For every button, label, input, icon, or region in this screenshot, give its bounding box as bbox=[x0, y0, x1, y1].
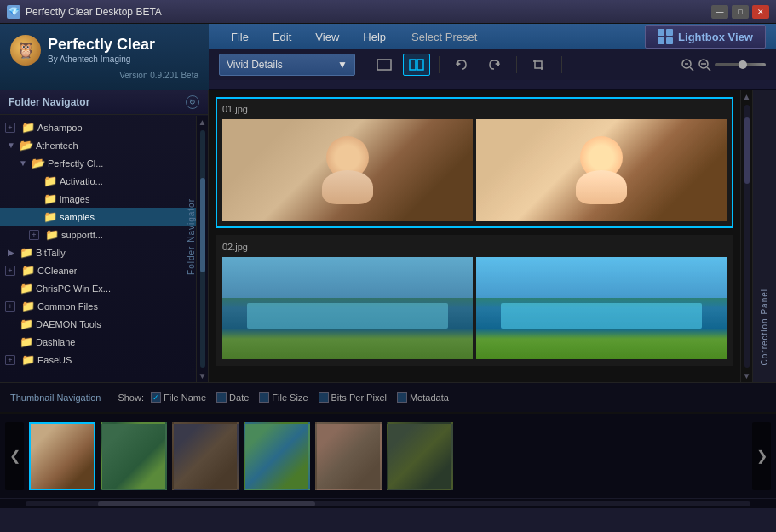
folder-item-bittally[interactable]: ▶ 📁 BitTally bbox=[0, 243, 208, 261]
thumb-1[interactable] bbox=[29, 422, 95, 490]
crop-button[interactable] bbox=[526, 54, 553, 76]
lightbox-view-button[interactable]: Lightbox View bbox=[645, 25, 766, 49]
scroll-up-button[interactable]: ▲ bbox=[197, 116, 209, 129]
expander-icon[interactable]: ▶ bbox=[5, 248, 17, 257]
folder-item-chrispc[interactable]: 📁 ChrisPC Win Ex... bbox=[0, 279, 208, 297]
image-original-01 bbox=[222, 119, 473, 221]
image-card-02[interactable]: 02.jpg bbox=[216, 235, 733, 366]
add-icon[interactable]: + bbox=[5, 266, 15, 276]
cb-bitsperpixel[interactable]: Bits Per Pixel bbox=[319, 392, 387, 403]
folder-item-supportf[interactable]: + 📁 supportf... bbox=[0, 226, 208, 243]
thumb-prev-button[interactable]: ❮ bbox=[5, 422, 24, 490]
top-right: File Edit View Help Select Preset Lightb… bbox=[209, 24, 776, 89]
folder-item-easeus[interactable]: + 📁 EaseUS bbox=[0, 351, 208, 369]
thumb-next-button[interactable]: ❯ bbox=[752, 422, 771, 490]
cb-metadata[interactable]: Metadata bbox=[397, 392, 449, 403]
bottom-scrollbar[interactable] bbox=[0, 498, 776, 508]
folder-item-samples[interactable]: 📁 samples bbox=[0, 208, 208, 226]
folder-label: supportf... bbox=[61, 230, 103, 240]
add-icon[interactable]: + bbox=[5, 355, 15, 365]
version-label: Version 0.9.201 Beta bbox=[119, 71, 198, 80]
redo-button[interactable] bbox=[480, 54, 508, 76]
folder-label: EaseUS bbox=[37, 355, 72, 365]
add-icon[interactable]: + bbox=[5, 123, 15, 133]
expander-icon[interactable]: ▼ bbox=[5, 140, 17, 150]
image-area[interactable]: 01.jpg 02.jpg bbox=[209, 90, 740, 382]
preset-value: Vivid Details bbox=[227, 59, 283, 71]
thumb-3[interactable] bbox=[172, 422, 239, 490]
image-card-images-01 bbox=[222, 119, 727, 221]
h-scrollbar-track[interactable] bbox=[26, 501, 750, 506]
folder-item-ccleaner[interactable]: + 📁 CCleaner bbox=[0, 261, 208, 279]
single-view-icon bbox=[377, 59, 392, 71]
preset-label: Select Preset bbox=[411, 31, 477, 43]
folder-label: Activatio... bbox=[60, 176, 103, 186]
thumb-5[interactable] bbox=[315, 422, 382, 490]
add-icon[interactable]: + bbox=[29, 230, 39, 240]
scroll-down-button[interactable]: ▼ bbox=[741, 369, 753, 382]
h-scrollbar-thumb[interactable] bbox=[98, 501, 315, 506]
zoom-slider[interactable] bbox=[715, 63, 766, 66]
thumb-4[interactable] bbox=[244, 422, 310, 490]
menu-edit[interactable]: Edit bbox=[261, 27, 303, 47]
scroll-track bbox=[744, 105, 750, 368]
image-card-images-02 bbox=[222, 257, 727, 359]
folder-icon: 📁 bbox=[43, 210, 57, 223]
add-icon[interactable]: + bbox=[5, 301, 15, 312]
folder-item-dashlane[interactable]: 📁 Dashlane bbox=[0, 333, 208, 351]
lightbox-icon bbox=[658, 29, 673, 44]
dual-view-button[interactable] bbox=[403, 54, 430, 76]
folder-item-activatio[interactable]: 📁 Activatio... bbox=[0, 172, 208, 190]
expander-icon[interactable]: ▼ bbox=[17, 158, 29, 168]
zoom-out-icon bbox=[698, 58, 711, 72]
folder-label: BitTally bbox=[36, 248, 66, 258]
single-view-button[interactable] bbox=[371, 54, 398, 76]
preset-select[interactable]: Vivid Details ▼ bbox=[219, 54, 355, 76]
nav-refresh-button[interactable]: ↻ bbox=[186, 95, 199, 109]
date-checkbox[interactable] bbox=[216, 392, 227, 403]
undo-button[interactable] bbox=[448, 54, 475, 76]
metadata-checkbox[interactable] bbox=[397, 392, 407, 403]
maximize-button[interactable]: □ bbox=[732, 5, 749, 19]
folder-item-common-files[interactable]: + 📁 Common Files bbox=[0, 297, 208, 315]
correction-panel-tab[interactable]: Correction Panel bbox=[752, 90, 776, 382]
owl-icon: 🦉 bbox=[10, 35, 41, 66]
scroll-up-button[interactable]: ▲ bbox=[741, 90, 753, 103]
folder-icon: 📁 bbox=[45, 228, 59, 241]
filename-checkbox[interactable] bbox=[151, 392, 161, 403]
folder-tree[interactable]: + 📁 Ashampoo ▼ 📂 Athentech ▼ 📂 Perfectly… bbox=[0, 115, 208, 382]
menu-help[interactable]: Help bbox=[351, 27, 398, 47]
minimize-button[interactable]: — bbox=[711, 5, 728, 19]
redo-icon bbox=[486, 58, 502, 72]
title-bar: 💎 Perfectly Clear Desktop BETA — □ ✕ bbox=[0, 0, 776, 24]
image-area-scrollbar[interactable]: ▲ ▼ bbox=[740, 90, 752, 382]
folder-item-ashampoo[interactable]: + 📁 Ashampoo bbox=[0, 118, 208, 136]
image-corrected-01 bbox=[476, 119, 727, 221]
scroll-down-button[interactable]: ▼ bbox=[197, 369, 209, 382]
cb-filename[interactable]: File Name bbox=[151, 392, 206, 403]
correction-panel-label: Correction Panel bbox=[760, 289, 769, 365]
thumb-6[interactable] bbox=[387, 422, 453, 490]
logo-area: 🦉 Perfectly Clear By Athentech Imaging V… bbox=[0, 24, 209, 90]
zoom-controls bbox=[681, 58, 766, 72]
folder-nav-scrollbar[interactable]: ▲ ▼ bbox=[196, 116, 208, 382]
image-card-01[interactable]: 01.jpg bbox=[216, 97, 733, 228]
bitsperpixel-checkbox[interactable] bbox=[319, 392, 329, 403]
cb-date[interactable]: Date bbox=[216, 392, 249, 403]
menu-view[interactable]: View bbox=[303, 27, 351, 47]
folder-item-images[interactable]: 📁 images bbox=[0, 190, 208, 208]
brand-info: Perfectly Clear By Athentech Imaging bbox=[48, 36, 155, 64]
baby-photo-original bbox=[222, 119, 473, 221]
cb-filesize[interactable]: File Size bbox=[259, 392, 308, 403]
folder-item-perfectly-cl[interactable]: ▼ 📂 Perfectly Cl... bbox=[0, 154, 208, 172]
thumb-2[interactable] bbox=[101, 422, 167, 490]
toolbar-separator-1 bbox=[439, 56, 440, 73]
image-filename-01: 01.jpg bbox=[222, 104, 727, 114]
scroll-thumb bbox=[200, 178, 205, 273]
filesize-checkbox[interactable] bbox=[259, 392, 269, 403]
menu-file[interactable]: File bbox=[219, 27, 261, 47]
close-button[interactable]: ✕ bbox=[752, 5, 769, 19]
folder-item-athentech[interactable]: ▼ 📂 Athentech bbox=[0, 136, 208, 154]
folder-item-daemon[interactable]: 📁 DAEMON Tools bbox=[0, 315, 208, 333]
folder-label: images bbox=[60, 194, 89, 204]
